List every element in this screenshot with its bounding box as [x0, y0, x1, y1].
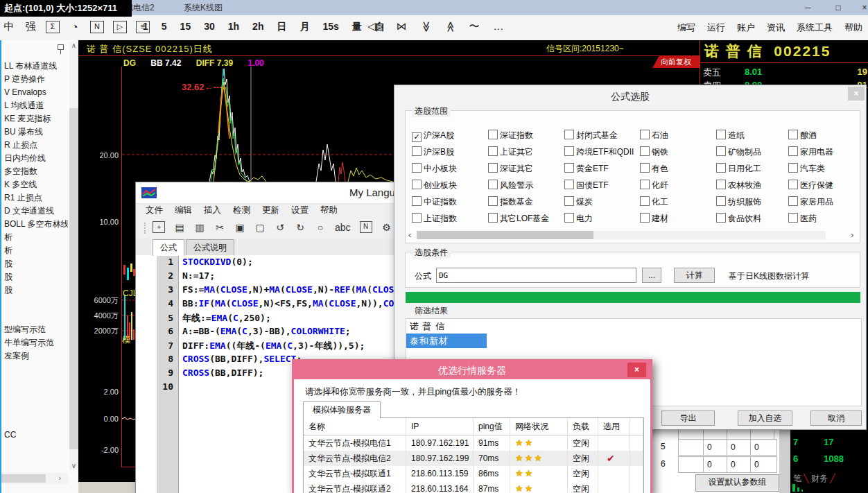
adjust-mode-flag[interactable]: 向前复权 — [652, 56, 700, 68]
editor-menu-item[interactable]: 编辑 — [175, 205, 192, 216]
wave-icon[interactable]: 〜 — [468, 20, 480, 33]
period-button[interactable]: 1 — [143, 21, 148, 33]
checkbox-box[interactable] — [640, 163, 650, 173]
sidebar-item[interactable]: 型编写示范 — [4, 323, 68, 336]
checkbox-box[interactable] — [488, 163, 498, 173]
new-file-icon[interactable]: ＋ — [153, 221, 165, 233]
cut-icon[interactable]: ✂ — [214, 222, 225, 233]
checkbox-box[interactable] — [640, 180, 650, 189]
tab-tick[interactable]: 笔 — [793, 474, 801, 483]
scope-checkbox[interactable]: 其它LOF基金 — [488, 213, 549, 224]
checkbox-box[interactable] — [564, 213, 574, 223]
period-button[interactable]: 15s — [322, 21, 338, 33]
scroll-down-icon[interactable]: ∨ — [69, 462, 78, 469]
menubar-item[interactable]: 帮助 — [844, 21, 862, 34]
checkbox-box[interactable] — [564, 130, 574, 139]
sidebar-item[interactable]: V Envalops — [4, 86, 68, 99]
checkbox-box[interactable] — [488, 180, 498, 189]
scope-checkbox[interactable]: 有色 — [640, 163, 668, 174]
server-row[interactable]: 文华云节点-模拟电信2180.97.162.19970ms★★★空闲✔ — [304, 451, 643, 466]
checkbox-box[interactable] — [788, 180, 798, 189]
checkbox-box[interactable] — [488, 130, 498, 139]
server-dialog-close-button[interactable]: × — [627, 363, 646, 377]
scope-checkbox[interactable]: 中小板块 — [412, 163, 457, 174]
server-row[interactable]: 文华云节点-模拟联通2218.60.113.16487ms★★空闲 — [304, 481, 643, 493]
scope-checkbox[interactable]: 建材 — [640, 213, 668, 224]
set-default-params-button[interactable]: 设置默认参数组 — [695, 474, 779, 492]
scope-checkbox[interactable]: 上证指数 — [412, 213, 457, 224]
period-button[interactable]: 2h — [252, 21, 263, 33]
checkbox-box[interactable] — [412, 146, 422, 156]
period-button[interactable]: 15 — [180, 21, 191, 33]
scope-checkbox[interactable]: 上证其它 — [488, 146, 533, 157]
sidebar-item[interactable]: LL 布林通道线 — [4, 60, 68, 73]
sidebar-item[interactable]: D 文华通道线 — [4, 205, 68, 218]
sidebar-item[interactable]: KE 麦克指标 — [4, 112, 68, 126]
sidebar-item[interactable]: L 均线通道 — [4, 99, 68, 112]
editor-menu-item[interactable]: 帮助 — [320, 205, 338, 216]
sidebar-item[interactable]: 析 — [4, 244, 68, 257]
checkbox-box[interactable] — [788, 163, 798, 173]
spellcheck-icon[interactable]: abc — [335, 222, 351, 233]
sidebar-item[interactable]: 发案例 — [4, 349, 68, 363]
sidebar-item[interactable]: R1 止损点 — [4, 191, 68, 205]
checkbox-box[interactable] — [788, 213, 798, 223]
scope-checkbox[interactable]: 汽车类 — [788, 163, 825, 174]
checkbox-box[interactable] — [564, 146, 574, 156]
paste-icon[interactable]: ▢ — [254, 222, 266, 233]
scope-checkbox[interactable]: 石油 — [640, 130, 668, 141]
scope-checkbox[interactable]: 日用化工 — [716, 163, 761, 174]
menubar-item[interactable]: 系统工具 — [797, 21, 833, 34]
param-cell[interactable] — [678, 439, 706, 456]
play-icon[interactable]: ▷ — [113, 21, 127, 33]
scope-checkbox[interactable]: 医疗保健 — [788, 180, 833, 191]
sidebar-item[interactable]: 股 — [4, 284, 68, 297]
checkbox-box[interactable] — [788, 146, 798, 156]
menubar-item[interactable]: 运行 — [707, 21, 725, 34]
scroll-up-icon[interactable]: ∧ — [69, 42, 78, 49]
sidebar-item[interactable]: P 逆势操作 — [4, 73, 68, 86]
sidebar-item[interactable]: 多空指数 — [4, 165, 68, 178]
chart-scroll-strip[interactable] — [78, 482, 136, 493]
add-to-watchlist-button[interactable]: 加入自选 — [738, 410, 792, 426]
checkbox-box[interactable] — [412, 180, 422, 189]
scope-checkbox[interactable]: 创业板块 — [412, 180, 457, 191]
period-button[interactable]: 30 — [204, 21, 215, 33]
page-switch-icon[interactable]: 中 — [3, 20, 15, 33]
server-dialog-titlebar[interactable]: 优选行情服务器 × — [294, 361, 650, 379]
scope-checkbox[interactable]: 国债ETF — [564, 180, 609, 191]
scope-checkbox[interactable]: 酿酒 — [788, 130, 817, 141]
checkbox-box[interactable] — [640, 146, 650, 156]
sidebar-item[interactable]: 股 — [4, 257, 68, 270]
sidebar-item[interactable]: 牛单编写示范 — [4, 336, 68, 349]
scope-checkbox[interactable]: 深证其它 — [488, 163, 533, 174]
dialog-close-button[interactable]: × — [848, 87, 865, 101]
scope-checkbox[interactable]: 家居用品 — [788, 196, 833, 207]
editor-menu-item[interactable]: 设置 — [291, 205, 309, 216]
result-item[interactable]: 诺 普 信 — [406, 319, 861, 334]
checkbox-box[interactable] — [412, 213, 422, 223]
period-button[interactable]: 1h — [228, 21, 239, 33]
server-row[interactable]: 文华云节点-模拟联通1218.60.113.15986ms★★空闲 — [304, 466, 643, 481]
result-item[interactable]: 泰和新材 — [406, 334, 487, 348]
sidebar-item[interactable]: 析 — [4, 231, 68, 244]
scope-checkbox[interactable]: 风险警示 — [488, 180, 533, 191]
checkbox-box[interactable] — [716, 163, 726, 173]
checkbox-box[interactable] — [564, 163, 574, 173]
sidebar-hscrollbar[interactable]: › — [1, 473, 68, 484]
more-icon[interactable]: … — [492, 20, 505, 33]
editor-menu-item[interactable]: 文件 — [146, 205, 163, 216]
chevrons-down-icon[interactable]: ≫ — [419, 21, 433, 33]
settings-sliders-icon[interactable]: ⚙ — [381, 222, 392, 233]
close-button[interactable]: × — [853, 0, 868, 15]
doc-n-icon[interactable]: N — [360, 221, 372, 233]
scope-checkbox[interactable]: 造纸 — [716, 130, 745, 141]
sidebar-item[interactable]: R 止损点 — [4, 139, 68, 152]
scope-checkbox[interactable]: 跨境ETF和QDII — [564, 146, 634, 157]
editor-tab-description[interactable]: 公式说明 — [186, 239, 234, 255]
editor-menu-item[interactable]: 检测 — [233, 205, 250, 216]
scope-checkbox[interactable]: 煤炭 — [564, 196, 593, 207]
save-icon[interactable]: ▤ — [174, 222, 185, 233]
scroll-left-icon[interactable]: ‹ — [408, 230, 411, 240]
menubar-item[interactable]: 账户 — [737, 21, 755, 34]
